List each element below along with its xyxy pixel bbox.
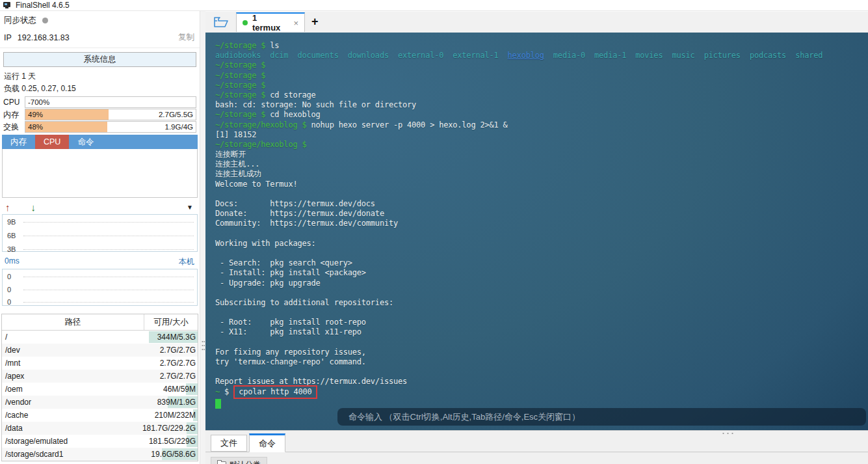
- disk-table-row[interactable]: /mnt2.7G/2.7G: [2, 357, 198, 370]
- terminal-line: Community: https://termux.dev/community: [215, 219, 868, 228]
- terminal-line: - Root: pkg install root-repo: [215, 318, 868, 327]
- disk-table-row[interactable]: /data181.7G/229.2G: [2, 422, 198, 435]
- terminal-line: Docs: https://termux.dev/docs: [215, 199, 868, 209]
- disk-usage-cell: 839M/1.9G: [144, 396, 198, 409]
- command-input-bar[interactable]: 命令输入 （双击Ctrl切换,Alt历史,Tab路径/命令,Esc关闭窗口）: [337, 408, 866, 426]
- terminal-text: cd hexoblog: [270, 110, 320, 119]
- axis-tick-label: 0: [7, 298, 19, 306]
- tab-termux[interactable]: 1 termux ×: [236, 12, 305, 32]
- terminal-text: - Install: pkg install <package>: [215, 268, 366, 277]
- terminal-text: - X11: pkg install x11-repo: [215, 327, 362, 336]
- disk-table-row[interactable]: /344M/5.3G: [2, 331, 198, 344]
- disk-table-row[interactable]: /oem46M/59M: [2, 383, 198, 396]
- terminal-text: hexoblog: [508, 51, 544, 60]
- terminal-text: - Upgrade: pkg upgrade: [215, 279, 321, 288]
- chevron-down-icon[interactable]: ▼: [187, 204, 193, 211]
- sync-status-dot-icon: [42, 18, 48, 23]
- chart-tab-命令[interactable]: 命令: [69, 135, 102, 149]
- terminal-line: - Install: pkg install <package>: [215, 268, 868, 278]
- terminal-text: [1] 18152: [215, 130, 256, 139]
- terminal-view[interactable]: ~/storage $ lsaudiobooks dcim documents …: [205, 33, 868, 430]
- system-info-sidebar: 同步状态 IP 192.168.31.83 复制 系统信息 运行 1 天 负载 …: [0, 11, 200, 464]
- disk-column-size[interactable]: 可用/大小: [144, 314, 198, 330]
- grid-row: 9B: [3, 218, 194, 226]
- disk-path: /apex: [2, 372, 144, 381]
- meter-label: 交换: [3, 122, 25, 133]
- disk-table-row[interactable]: /storage/sdcard119.6G/58.6G: [2, 448, 198, 461]
- meter-percent-text: -700%: [28, 97, 49, 107]
- default-category-button[interactable]: 默认分类: [211, 457, 267, 464]
- chart-tab-bar: 内存CPU命令: [2, 135, 198, 149]
- disk-path: /oem: [2, 385, 144, 394]
- terminal-line: For fixing any repository issues,: [215, 348, 868, 357]
- meter-row: 交换48%1.9G/4G: [3, 122, 196, 132]
- copy-ip-link[interactable]: 复制: [178, 32, 194, 43]
- folder-icon: [217, 461, 226, 464]
- disk-table-row[interactable]: /storage/emulated181.5G/229G: [2, 435, 198, 448]
- disk-usage-value: 46M/59M: [163, 383, 196, 396]
- command-input-hint: 命令输入 （双击Ctrl切换,Alt历史,Tab路径/命令,Esc关闭窗口）: [349, 411, 580, 423]
- disk-table-row[interactable]: /apex2.7G/2.7G: [2, 370, 198, 383]
- host-label[interactable]: 本机: [179, 256, 194, 267]
- chart-tab-CPU[interactable]: CPU: [35, 135, 69, 149]
- disk-table-row[interactable]: /dev2.7G/2.7G: [2, 344, 198, 357]
- terminal-line: [1] 18152: [215, 130, 868, 140]
- horizontal-splitter-grip-icon[interactable]: [721, 432, 734, 435]
- add-tab-button[interactable]: +: [311, 15, 319, 29]
- bottom-tab-bar: 文件命令: [211, 433, 285, 452]
- disk-table-row[interactable]: /cache210M/232M: [2, 409, 198, 422]
- meter-percent-text: 49%: [28, 109, 43, 120]
- disk-usage-value: 210M/232M: [155, 409, 196, 422]
- terminal-text: Subscribing to additional repositories:: [215, 298, 393, 307]
- vertical-splitter[interactable]: [200, 11, 205, 464]
- grid-line: [23, 290, 194, 290]
- grid-row: 0: [3, 298, 194, 306]
- terminal-line: 连接主机...: [215, 159, 868, 169]
- terminal-line: [215, 338, 868, 348]
- network-chart: 9B6B3B: [2, 214, 198, 252]
- terminal-line: [215, 229, 868, 239]
- terminal-line: ~/storage/hexoblog $: [215, 140, 868, 150]
- bottom-panel: 文件命令 默认分类: [205, 430, 868, 464]
- disk-path: /storage/emulated: [2, 437, 144, 446]
- meter-row: 内存49%2.7G/5.5G: [3, 109, 196, 120]
- terminal-line: 连接断开: [215, 150, 868, 159]
- terminal-line: ~/storage $: [215, 71, 868, 81]
- disk-usage-value: 181.5G/229G: [149, 435, 196, 448]
- disk-usage-value: 19.6G/58.6G: [151, 448, 196, 461]
- disk-path: /dev: [2, 346, 144, 355]
- disk-usage-value: 2.7G/2.7G: [160, 344, 196, 357]
- axis-tick-label: 0: [7, 273, 19, 280]
- grid-line: [23, 222, 194, 223]
- terminal-text: ~/storage/hexoblog $: [215, 120, 311, 130]
- disk-column-path[interactable]: 路径: [2, 314, 144, 330]
- close-icon[interactable]: ×: [293, 18, 298, 28]
- terminal-line: ~/storage $ ls: [215, 41, 868, 51]
- bottom-tab-命令[interactable]: 命令: [249, 433, 285, 452]
- disk-usage-cell: 2.7G/2.7G: [144, 370, 198, 383]
- disk-path: /storage/sdcard1: [2, 450, 144, 459]
- disk-usage-value: 344M/5.3G: [157, 331, 196, 344]
- terminal-line: ~/storage/hexoblog $ nohup hexo server -…: [215, 120, 868, 130]
- terminal-text: For fixing any repository issues,: [215, 348, 366, 357]
- bottom-tab-文件[interactable]: 文件: [211, 435, 247, 452]
- tab-label: 1 termux: [252, 13, 287, 33]
- terminal-text: ~/storage $: [215, 71, 265, 80]
- open-folder-icon[interactable]: [213, 16, 229, 29]
- disk-usage-value: 181.7G/229.2G: [142, 422, 196, 435]
- terminal-cursor: [215, 399, 221, 409]
- chart-tab-内存[interactable]: 内存: [2, 135, 35, 149]
- meter-row: CPU-700%: [3, 97, 196, 107]
- terminal-text: $: [224, 387, 233, 396]
- divider: [0, 48, 200, 48]
- disk-table-row[interactable]: /vendor839M/1.9G: [2, 396, 198, 409]
- disk-path: /cache: [2, 411, 144, 420]
- disk-usage-cell: 181.7G/229.2G: [144, 422, 198, 435]
- disk-usage-cell: 2.7G/2.7G: [144, 344, 198, 357]
- terminal-text: Welcome to Termux!: [215, 180, 297, 189]
- system-info-button[interactable]: 系统信息: [3, 52, 196, 67]
- disk-usage-cell: 19.6G/58.6G: [144, 448, 198, 461]
- terminal-line: [215, 249, 868, 258]
- disk-usage-value: 839M/1.9G: [157, 396, 196, 409]
- meter-percent-text: 48%: [28, 122, 43, 132]
